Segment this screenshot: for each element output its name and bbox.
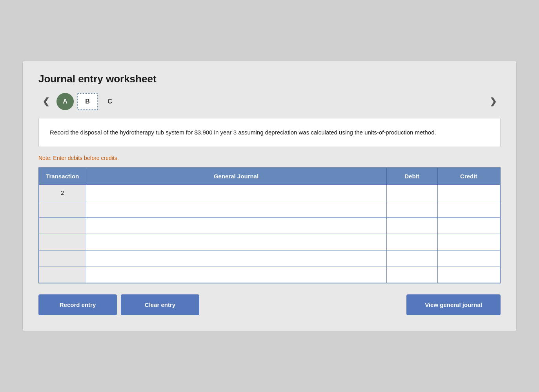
credit-cell[interactable] — [437, 234, 500, 250]
general-journal-cell[interactable] — [86, 250, 386, 267]
debit-cell[interactable] — [386, 234, 437, 250]
transaction-cell — [39, 234, 86, 250]
note-text: Note: Enter debits before credits. — [38, 155, 501, 161]
debit-input[interactable] — [387, 267, 437, 283]
prev-arrow[interactable]: ❮ — [38, 94, 53, 109]
debit-cell[interactable] — [386, 201, 437, 217]
header-general-journal: General Journal — [86, 168, 386, 185]
general-journal-input[interactable] — [86, 201, 386, 217]
debit-cell[interactable] — [386, 250, 437, 267]
credit-input[interactable] — [438, 185, 500, 201]
general-journal-input[interactable] — [86, 267, 386, 283]
general-journal-cell[interactable] — [86, 217, 386, 234]
debit-input[interactable] — [387, 185, 437, 201]
credit-input[interactable] — [438, 218, 500, 234]
credit-input[interactable] — [438, 267, 500, 283]
debit-input[interactable] — [387, 234, 437, 250]
credit-cell[interactable] — [437, 184, 500, 201]
general-journal-cell[interactable] — [86, 184, 386, 201]
table-row: 2 — [39, 184, 500, 201]
debit-input[interactable] — [387, 250, 437, 267]
tab-b[interactable]: B — [77, 93, 98, 110]
debit-cell[interactable] — [386, 217, 437, 234]
debit-input[interactable] — [387, 201, 437, 217]
transaction-cell — [39, 267, 86, 283]
tabs-row: ❮ A B C ❯ — [38, 93, 501, 110]
general-journal-input[interactable] — [86, 218, 386, 234]
credit-cell[interactable] — [437, 250, 500, 267]
credit-cell[interactable] — [437, 267, 500, 283]
transaction-cell — [39, 217, 86, 234]
credit-cell[interactable] — [437, 201, 500, 217]
general-journal-input[interactable] — [86, 185, 386, 201]
journal-table: Transaction General Journal Debit Credit… — [38, 167, 501, 284]
record-entry-button[interactable]: Record entry — [38, 294, 117, 315]
general-journal-cell[interactable] — [86, 201, 386, 217]
main-container: Journal entry worksheet ❮ A B C ❯ Record… — [22, 61, 517, 332]
page-title: Journal entry worksheet — [38, 73, 501, 85]
table-row — [39, 234, 500, 250]
tab-a[interactable]: A — [56, 93, 74, 110]
table-row — [39, 250, 500, 267]
debit-cell[interactable] — [386, 267, 437, 283]
clear-entry-button[interactable]: Clear entry — [121, 294, 199, 315]
table-row — [39, 201, 500, 217]
credit-cell[interactable] — [437, 217, 500, 234]
transaction-cell: 2 — [39, 184, 86, 201]
general-journal-input[interactable] — [86, 234, 386, 250]
debit-input[interactable] — [387, 218, 437, 234]
general-journal-cell[interactable] — [86, 234, 386, 250]
instruction-box: Record the disposal of the hydrotherapy … — [38, 118, 501, 147]
credit-input[interactable] — [438, 201, 500, 217]
table-row — [39, 217, 500, 234]
header-credit: Credit — [437, 168, 500, 185]
instruction-text: Record the disposal of the hydrotherapy … — [50, 129, 436, 136]
transaction-cell — [39, 201, 86, 217]
tab-c[interactable]: C — [101, 93, 118, 110]
next-arrow[interactable]: ❯ — [486, 94, 501, 109]
credit-input[interactable] — [438, 250, 500, 267]
header-transaction: Transaction — [39, 168, 86, 185]
view-general-journal-button[interactable]: View general journal — [406, 294, 501, 315]
general-journal-cell[interactable] — [86, 267, 386, 283]
header-debit: Debit — [386, 168, 437, 185]
transaction-cell — [39, 250, 86, 267]
general-journal-input[interactable] — [86, 250, 386, 267]
debit-cell[interactable] — [386, 184, 437, 201]
table-row — [39, 267, 500, 283]
credit-input[interactable] — [438, 234, 500, 250]
button-row: Record entry Clear entry View general jo… — [38, 294, 501, 315]
